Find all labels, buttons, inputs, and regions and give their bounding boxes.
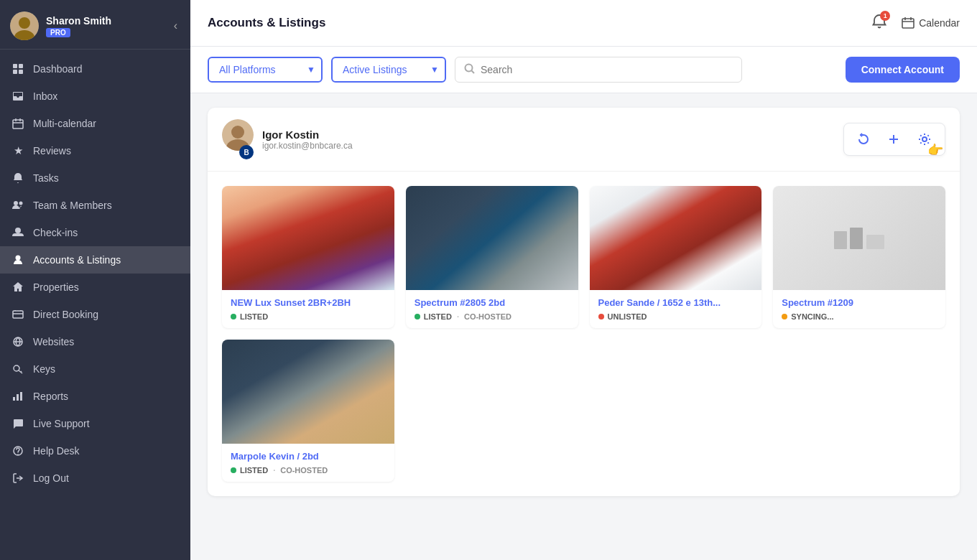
listing-card[interactable]: Spectrum #2805 2bd LISTED · CO-HOSTED <box>406 186 578 328</box>
user-info: Sharon Smith PRO <box>46 15 111 37</box>
listing-card[interactable]: NEW Lux Sunset 2BR+2BH LISTED <box>222 186 394 328</box>
sidebar-item-label: Websites <box>33 336 74 347</box>
sidebar-item-label: Dashboard <box>33 63 83 75</box>
sidebar-item-properties[interactable]: Properties <box>0 274 190 301</box>
notifications-button[interactable]: 1 <box>869 11 890 36</box>
logout-icon <box>11 472 24 485</box>
account-controls: 👉 <box>843 123 945 156</box>
sidebar: Sharon Smith PRO ‹ Dashboard Inbox Multi… <box>0 0 190 560</box>
listing-info: Spectrum #2805 2bd LISTED · CO-HOSTED <box>406 290 578 328</box>
sidebar-collapse-button[interactable]: ‹ <box>171 17 180 35</box>
sidebar-item-label: Reviews <box>33 145 71 157</box>
listing-status: SYNCING... <box>782 312 937 321</box>
calendar-button[interactable]: Calendar <box>902 17 960 29</box>
svg-point-22 <box>466 65 473 72</box>
sidebar-item-tasks[interactable]: Tasks <box>0 164 190 192</box>
listing-image <box>406 186 578 290</box>
globe-icon <box>11 335 24 348</box>
avatar <box>10 11 39 40</box>
sidebar-item-accounts[interactable]: Accounts & Listings <box>0 246 190 274</box>
svg-rect-18 <box>17 394 19 401</box>
status-text: LISTED <box>240 466 268 475</box>
sidebar-item-label: Multi-calendar <box>33 118 96 129</box>
account-icon <box>11 253 24 266</box>
svg-rect-32 <box>866 235 884 249</box>
sidebar-item-label: Log Out <box>33 472 69 484</box>
chart-icon <box>11 390 24 403</box>
listing-info: Peder Sande / 1652 e 13th... UNLISTED <box>590 290 762 328</box>
sidebar-item-reviews[interactable]: ★ Reviews <box>0 137 190 164</box>
search-icon <box>464 63 475 76</box>
sidebar-item-multicalendar[interactable]: Multi-calendar <box>0 110 190 137</box>
sidebar-item-reports[interactable]: Reports <box>0 383 190 410</box>
top-header: Accounts & Listings 1 Calendar <box>190 0 977 47</box>
sidebar-item-label: Properties <box>33 281 79 293</box>
svg-point-1 <box>19 17 30 29</box>
status-text: LISTED <box>240 312 268 321</box>
sidebar-item-checkins[interactable]: Check-ins <box>0 219 190 246</box>
sidebar-item-label: Keys <box>33 363 55 375</box>
listing-card[interactable]: Marpole Kevin / 2bd LISTED · CO-HOSTED <box>222 340 394 482</box>
listing-image <box>222 340 394 444</box>
status-text: UNLISTED <box>608 312 647 321</box>
page-title: Accounts & Listings <box>208 16 325 30</box>
listings-select[interactable]: Active Listings <box>331 57 446 83</box>
svg-rect-19 <box>20 392 22 401</box>
svg-point-13 <box>16 256 21 261</box>
listing-title: Marpole Kevin / 2bd <box>231 451 386 462</box>
svg-point-25 <box>231 126 244 139</box>
listing-card[interactable]: Peder Sande / 1652 e 13th... UNLISTED <box>590 186 762 328</box>
svg-rect-5 <box>13 70 17 74</box>
main-content: Accounts & Listings 1 Calendar All Platf… <box>190 0 977 560</box>
sidebar-item-keys[interactable]: Keys <box>0 355 190 383</box>
svg-rect-17 <box>13 397 15 401</box>
sidebar-item-label: Check-ins <box>33 227 78 238</box>
svg-rect-14 <box>13 311 23 318</box>
sidebar-item-label: Reports <box>33 391 68 402</box>
sidebar-nav: Dashboard Inbox Multi-calendar ★ Reviews <box>0 50 190 560</box>
sidebar-item-label: Direct Booking <box>33 309 98 320</box>
cohosted-label: CO-HOSTED <box>464 312 511 321</box>
listing-card[interactable]: Spectrum #1209 SYNCING... <box>773 186 945 328</box>
sidebar-item-logout[interactable]: Log Out <box>0 465 190 492</box>
sidebar-item-websites[interactable]: Websites <box>0 328 190 355</box>
add-button[interactable] <box>881 129 906 150</box>
svg-point-11 <box>14 201 18 205</box>
search-input[interactable] <box>481 64 733 75</box>
status-dot-listed <box>415 314 420 319</box>
sidebar-item-team[interactable]: Team & Members <box>0 192 190 219</box>
sidebar-item-helpdesk[interactable]: Help Desk <box>0 437 190 465</box>
checkin-icon <box>11 226 24 239</box>
settings-button[interactable]: 👉 <box>912 128 937 151</box>
account-section: B Igor Kostin igor.kostin@bnbcare.ca <box>208 108 960 496</box>
platforms-select[interactable]: All Platforms <box>208 57 323 83</box>
user-badge: PRO <box>46 28 70 37</box>
account-header: B Igor Kostin igor.kostin@bnbcare.ca <box>208 108 960 172</box>
content-area: B Igor Kostin igor.kostin@bnbcare.ca <box>190 93 977 560</box>
sidebar-item-directbooking[interactable]: Direct Booking <box>0 301 190 328</box>
directbook-icon <box>11 308 24 321</box>
svg-rect-31 <box>850 228 863 249</box>
account-user-info: B Igor Kostin igor.kostin@bnbcare.ca <box>222 119 353 159</box>
listing-image <box>590 186 762 290</box>
sidebar-item-livesupport[interactable]: Live Support <box>0 410 190 437</box>
home-icon <box>11 281 24 294</box>
sidebar-item-dashboard[interactable]: Dashboard <box>0 55 190 83</box>
user-name: Sharon Smith <box>46 15 111 27</box>
refresh-button[interactable] <box>851 129 876 150</box>
listing-status: LISTED · CO-HOSTED <box>231 466 386 475</box>
listing-image <box>222 186 394 290</box>
status-dot-syncing <box>782 314 787 319</box>
svg-rect-21 <box>902 19 914 28</box>
listing-title: Spectrum #2805 2bd <box>415 297 570 308</box>
key-icon <box>11 363 24 375</box>
sidebar-item-inbox[interactable]: Inbox <box>0 83 190 110</box>
connect-account-button[interactable]: Connect Account <box>846 57 960 83</box>
status-dot-listed <box>231 314 236 319</box>
svg-point-16 <box>14 365 19 371</box>
bell-icon <box>11 172 24 185</box>
sidebar-item-label: Accounts & Listings <box>33 254 121 266</box>
account-email: igor.kostin@bnbcare.ca <box>262 141 353 151</box>
star-icon: ★ <box>11 144 24 157</box>
listings-select-wrap: Active Listings ▼ <box>331 57 446 83</box>
